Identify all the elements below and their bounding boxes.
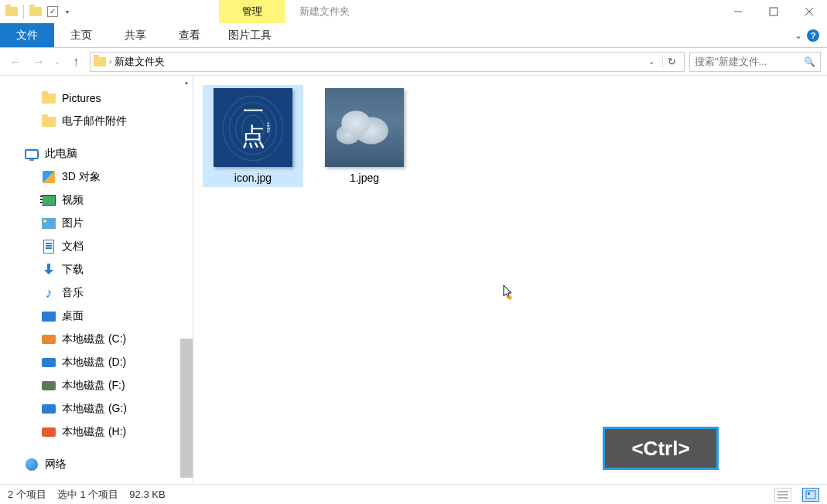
nav-up-button[interactable]: ↑ — [67, 53, 85, 71]
nav-label: Pictures — [62, 92, 101, 104]
nav-item-pictures[interactable]: Pictures — [0, 87, 193, 110]
address-dropdown-icon[interactable]: ⌄ — [644, 57, 659, 66]
nav-item-disk-c[interactable]: 本地磁盘 (C:) — [0, 328, 193, 351]
folder-icon[interactable] — [29, 5, 43, 19]
nav-back-button[interactable]: ← — [6, 53, 25, 71]
nav-label: 本地磁盘 (H:) — [62, 425, 126, 439]
disk-icon — [42, 381, 56, 390]
file-list-pane[interactable]: 一 点 skills icon.jpg 1.jpeg <Ctrl> — [193, 76, 827, 484]
nav-history-dropdown[interactable]: ⌄ — [53, 57, 62, 66]
disk-icon — [42, 335, 56, 344]
tab-file[interactable]: 文件 — [0, 23, 54, 47]
tab-picture-tools[interactable]: 图片工具 — [217, 23, 283, 47]
nav-item-disk-h[interactable]: 本地磁盘 (H:) — [0, 421, 193, 444]
nav-item-disk-d[interactable]: 本地磁盘 (D:) — [0, 351, 193, 374]
qat-dropdown-icon[interactable]: ▾ — [63, 9, 72, 15]
nav-label: 下载 — [62, 263, 84, 277]
nav-label: 本地磁盘 (C:) — [62, 332, 126, 346]
svg-point-8 — [508, 296, 512, 300]
nav-item-downloads[interactable]: 下载 — [0, 258, 193, 281]
ctrl-key-overlay: <Ctrl> — [603, 427, 719, 470]
title-bar: ✓ ▾ 管理 新建文件夹 — [0, 0, 827, 23]
scrollbar[interactable]: ▴ — [180, 76, 193, 484]
svg-text:点: 点 — [241, 123, 265, 149]
mouse-cursor-icon — [503, 284, 514, 300]
window-title: 新建文件夹 — [299, 5, 350, 19]
nav-item-desktop[interactable]: 桌面 — [0, 305, 193, 328]
svg-text:skills: skills — [266, 122, 272, 132]
scroll-thumb[interactable] — [180, 339, 193, 478]
search-input[interactable]: 搜索"新建文件... 🔍 — [689, 52, 821, 72]
nav-item-documents[interactable]: 文档 — [0, 235, 193, 258]
nav-label: 本地磁盘 (F:) — [62, 379, 125, 393]
file-label: icon.jpg — [234, 172, 272, 184]
tab-home[interactable]: 主页 — [54, 23, 108, 47]
nav-item-network[interactable]: 网络 — [0, 453, 193, 476]
help-button[interactable]: ? — [807, 29, 819, 42]
properties-check-icon[interactable]: ✓ — [46, 5, 60, 19]
nav-item-disk-f[interactable]: 本地磁盘 (F:) — [0, 374, 193, 397]
file-item-1-jpeg[interactable]: 1.jpeg — [314, 85, 415, 187]
search-placeholder: 搜索"新建文件... — [695, 55, 801, 69]
nav-label: 图片 — [62, 216, 84, 230]
chevron-right-icon[interactable]: › — [109, 57, 111, 66]
folder-icon[interactable] — [5, 5, 19, 19]
nav-label: 此电脑 — [45, 147, 77, 161]
status-selection: 选中 1 个项目 — [57, 488, 118, 502]
nav-item-disk-g[interactable]: 本地磁盘 (G:) — [0, 397, 193, 421]
breadcrumb-current[interactable]: 新建文件夹 — [114, 55, 165, 69]
nav-item-3dobjects[interactable]: 3D 对象 — [0, 165, 193, 189]
nav-label: 3D 对象 — [62, 170, 101, 184]
disk-icon — [42, 404, 56, 414]
view-details-button[interactable] — [774, 488, 791, 502]
nav-item-videos[interactable]: 视频 — [0, 189, 193, 212]
scroll-up-icon[interactable]: ▴ — [180, 76, 193, 88]
network-icon — [26, 458, 38, 471]
computer-icon — [25, 149, 39, 159]
nav-item-attachments[interactable]: 电子邮件附件 — [0, 110, 193, 133]
navigation-pane[interactable]: Pictures 电子邮件附件 此电脑 3D 对象 视频 图片 文档 下载 ♪音… — [0, 76, 193, 484]
music-icon: ♪ — [42, 286, 56, 300]
disk-icon — [42, 358, 56, 367]
ribbon-collapse-icon[interactable]: ⌄ — [795, 30, 802, 41]
breadcrumb-box[interactable]: › 新建文件夹 ⌄ ↻ — [90, 52, 685, 72]
file-label: 1.jpeg — [350, 172, 379, 184]
contextual-tab-manage[interactable]: 管理 — [219, 0, 285, 23]
document-icon — [43, 240, 54, 254]
quick-access-toolbar: ✓ ▾ — [0, 5, 72, 19]
picture-icon — [42, 218, 56, 229]
nav-label: 本地磁盘 (G:) — [62, 402, 127, 416]
nav-forward-button[interactable]: → — [29, 53, 48, 71]
nav-label: 音乐 — [62, 286, 84, 300]
nav-item-pictures-lib[interactable]: 图片 — [0, 212, 193, 235]
disk-icon — [42, 427, 56, 437]
tab-share[interactable]: 共享 — [108, 23, 162, 47]
nav-item-thispc[interactable]: 此电脑 — [0, 142, 193, 165]
tab-view[interactable]: 查看 — [162, 23, 217, 47]
folder-icon — [42, 117, 56, 127]
search-icon: 🔍 — [804, 56, 815, 67]
folder-icon — [94, 57, 106, 66]
maximize-button[interactable] — [756, 0, 791, 23]
address-bar: ← → ⌄ ↑ › 新建文件夹 ⌄ ↻ 搜索"新建文件... 🔍 — [0, 48, 827, 76]
svg-rect-13 — [808, 492, 810, 495]
view-thumbnails-button[interactable] — [802, 488, 819, 502]
close-button[interactable] — [791, 0, 827, 23]
folder-icon — [42, 94, 56, 104]
status-item-count: 2 个项目 — [8, 488, 46, 502]
nav-label: 网络 — [45, 458, 67, 472]
window-controls — [720, 0, 827, 23]
nav-label: 文档 — [62, 240, 84, 254]
file-item-icon-jpg[interactable]: 一 点 skills icon.jpg — [203, 85, 303, 187]
refresh-button[interactable]: ↻ — [662, 56, 681, 67]
nav-label: 视频 — [62, 193, 84, 207]
svg-text:一: 一 — [243, 100, 264, 123]
video-icon — [42, 195, 56, 206]
nav-label: 本地磁盘 (D:) — [62, 356, 126, 369]
nav-item-music[interactable]: ♪音乐 — [0, 281, 193, 305]
svg-rect-1 — [770, 8, 777, 15]
minimize-button[interactable] — [720, 0, 756, 23]
ribbon-tabs: 文件 主页 共享 查看 图片工具 ⌄ ? — [0, 23, 827, 48]
thumbnail — [325, 88, 404, 167]
status-size: 92.3 KB — [129, 489, 165, 500]
